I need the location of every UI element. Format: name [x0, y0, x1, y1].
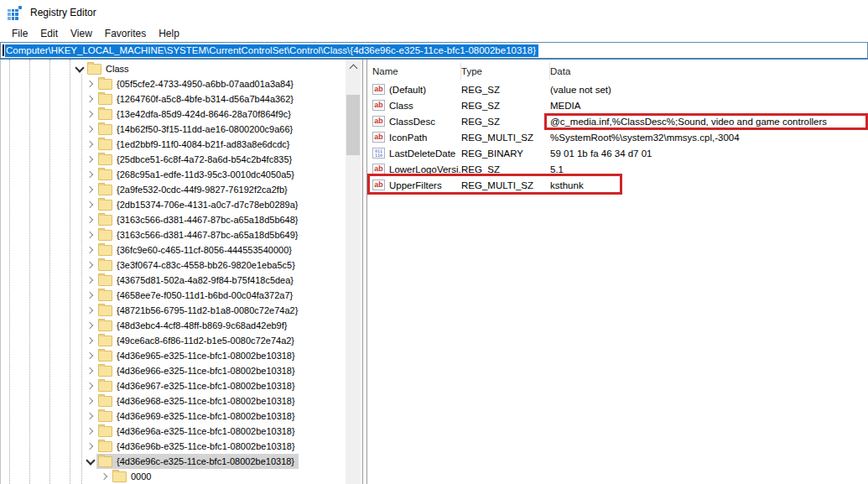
- chevron-right-icon[interactable]: [85, 154, 96, 165]
- chevron-right-icon[interactable]: [85, 139, 96, 150]
- chevron-right-icon[interactable]: [85, 366, 96, 377]
- chevron-right-icon[interactable]: [85, 200, 96, 211]
- scroll-up-button[interactable]: [346, 60, 361, 74]
- chevron-right-icon[interactable]: [85, 290, 96, 301]
- chevron-right-icon[interactable]: [85, 305, 96, 316]
- tree-entry-selected[interactable]: {4d36e96c-e325-11ce-bfc1-08002be10318}: [96, 454, 299, 469]
- tree-entry[interactable]: {1ed2bbf9-11f0-4084-b21f-ad83a8e6dcdc}: [96, 137, 294, 152]
- scrollbar-thumb[interactable]: [346, 95, 360, 155]
- folder-icon: [98, 260, 112, 271]
- chevron-right-icon[interactable]: [85, 351, 96, 362]
- chevron-right-icon[interactable]: [85, 94, 96, 105]
- chevron-right-icon[interactable]: [99, 471, 110, 482]
- tree-entry[interactable]: {268c95a1-edfe-11d3-95c3-0010dc4050a5}: [96, 167, 299, 182]
- tree-entry[interactable]: {4d36e969-e325-11ce-bfc1-08002be10318}: [96, 409, 299, 424]
- tree-entry[interactable]: {25dbce51-6c8f-4a72-8a6d-b54c2b4fc835}: [96, 152, 296, 167]
- registry-value-row[interactable]: abIconPathREG_MULTI_SZ%SystemRoot%\syste…: [367, 129, 868, 145]
- chevron-right-icon[interactable]: [85, 169, 96, 180]
- registry-value-row[interactable]: abLowerLogoVersi...REG_SZ5.1: [367, 161, 868, 177]
- tree-entry[interactable]: {43675d81-502a-4a82-9f84-b75f418c5dea}: [96, 273, 298, 288]
- tree-entry[interactable]: {49ce6ac8-6f86-11d2-b1e5-0080c72e74a2}: [96, 333, 299, 348]
- chevron-right-icon[interactable]: [85, 79, 96, 90]
- registry-value-row[interactable]: ab(Default)REG_SZ(value not set): [367, 81, 868, 97]
- menu-view[interactable]: View: [65, 26, 99, 41]
- chevron-right-icon[interactable]: [85, 441, 96, 452]
- folder-icon: [98, 215, 112, 226]
- chevron-right-icon[interactable]: [85, 426, 96, 437]
- chevron-down-icon[interactable]: [74, 64, 85, 75]
- window-title: Registry Editor: [30, 7, 96, 18]
- tree-entry[interactable]: {4d36e968-e325-11ce-bfc1-08002be10318}: [96, 393, 299, 409]
- value-type: REG_SZ: [461, 117, 550, 127]
- tree-entry[interactable]: {48d3ebc4-4cf8-48ff-b869-9c68ad42eb9f}: [96, 318, 291, 333]
- tree-entry[interactable]: {4d36e967-e325-11ce-bfc1-08002be10318}: [96, 378, 299, 393]
- column-header-data[interactable]: Data: [550, 63, 868, 80]
- tree-entry[interactable]: {3163c566-d381-4467-87bc-a65a18d5b649}: [96, 227, 303, 242]
- column-header-type[interactable]: Type: [461, 63, 550, 80]
- registry-value-row[interactable]: abUpperFiltersREG_MULTI_SZksthunk: [367, 177, 868, 193]
- tree-rows: Class{05f5cfe2-4733-4950-a6bb-07aad01a3a…: [1, 61, 346, 484]
- tree-scrollbar[interactable]: [346, 60, 361, 484]
- column-header-name[interactable]: Name: [372, 63, 461, 80]
- folder-icon: [98, 139, 112, 150]
- address-bar[interactable]: Computer\HKEY_LOCAL_MACHINE\SYSTEM\Curre…: [0, 42, 868, 60]
- chevron-right-icon[interactable]: [85, 215, 96, 226]
- tree-item-label: {14b62f50-3f15-11dd-ae16-0800200c9a66}: [117, 124, 293, 134]
- chevron-right-icon[interactable]: [85, 245, 96, 256]
- chevron-right-icon[interactable]: [85, 185, 96, 195]
- value-name: LastDeleteDate: [389, 148, 455, 159]
- registry-value-row[interactable]: abClassDescREG_SZ@c_media.inf,%ClassDesc…: [367, 113, 868, 129]
- tree-item-guid: {4d36e966-e325-11ce-bfc1-08002be10318}: [1, 363, 346, 378]
- tree-entry[interactable]: {4d36e96b-e325-11ce-bfc1-08002be10318}: [96, 439, 299, 454]
- tree-item-guid: {43675d81-502a-4a82-9f84-b75f418c5dea}: [1, 273, 346, 288]
- chevron-right-icon[interactable]: [85, 381, 96, 392]
- tree-entry[interactable]: {36fc9e60-c465-11cf-8056-444553540000}: [96, 242, 296, 258]
- menu-edit[interactable]: Edit: [34, 26, 65, 41]
- folder-icon: [98, 245, 112, 256]
- folder-icon: [98, 351, 112, 362]
- tree-entry[interactable]: Class: [86, 61, 133, 76]
- tree-entry[interactable]: 0000: [111, 469, 155, 484]
- menu-help[interactable]: Help: [153, 26, 186, 41]
- value-name: ClassDesc: [389, 117, 435, 127]
- chevron-right-icon[interactable]: [85, 230, 96, 241]
- tree-entry[interactable]: {4d36e965-e325-11ce-bfc1-08002be10318}: [96, 348, 299, 363]
- chevron-right-icon[interactable]: [85, 109, 96, 120]
- chevron-right-icon[interactable]: [85, 275, 96, 286]
- chevron-down-icon[interactable]: [85, 456, 96, 467]
- tree-entry[interactable]: {4d36e966-e325-11ce-bfc1-08002be10318}: [96, 363, 299, 378]
- tree-entry[interactable]: {4d36e96a-e325-11ce-bfc1-08002be10318}: [96, 424, 299, 439]
- string-value-icon: ab: [372, 84, 385, 95]
- tree-entry[interactable]: {4658ee7e-f050-11d1-b6bd-00c04fa372a7}: [96, 288, 297, 303]
- value-type: REG_SZ: [461, 85, 550, 95]
- menu-file[interactable]: File: [6, 26, 34, 41]
- tree-item-guid: {4d36e967-e325-11ce-bfc1-08002be10318}: [1, 378, 346, 393]
- tree-item-guid: {2a9fe532-0cdc-44f9-9827-76192f2ca2fb}: [1, 182, 346, 197]
- tree-item-class: Class: [1, 61, 346, 76]
- tree-item-label: {05f5cfe2-4733-4950-a6bb-07aad01a3a84}: [117, 79, 294, 89]
- chevron-right-icon[interactable]: [85, 320, 96, 331]
- tree-entry[interactable]: {14b62f50-3f15-11dd-ae16-0800200c9a66}: [96, 122, 297, 137]
- string-value-icon: ab: [372, 100, 385, 111]
- tree-entry[interactable]: {48721b56-6795-11d2-b1a8-0080c72e74a2}: [96, 303, 302, 318]
- chevron-right-icon[interactable]: [85, 396, 96, 407]
- folder-icon: [98, 109, 112, 120]
- chevron-right-icon[interactable]: [85, 411, 96, 422]
- value-type: REG_SZ: [461, 101, 550, 111]
- tree-entry[interactable]: {3163c566-d381-4467-87bc-a65a18d5b648}: [96, 212, 303, 227]
- folder-icon: [98, 456, 112, 467]
- value-data: ksthunk: [550, 180, 868, 190]
- menu-favorites[interactable]: Favorites: [99, 26, 153, 41]
- chevron-right-icon[interactable]: [85, 124, 96, 135]
- folder-icon: [98, 154, 112, 165]
- tree-entry[interactable]: {2db15374-706e-4131-a0c7-d7c78eb0289a}: [96, 197, 303, 212]
- tree-entry[interactable]: {05f5cfe2-4733-4950-a6bb-07aad01a3a84}: [96, 76, 298, 91]
- registry-value-row[interactable]: abClassREG_SZMEDIA: [367, 97, 868, 113]
- tree-entry[interactable]: {2a9fe532-0cdc-44f9-9827-76192f2ca2fb}: [96, 182, 292, 197]
- chevron-right-icon[interactable]: [85, 336, 96, 346]
- chevron-right-icon[interactable]: [85, 260, 96, 271]
- tree-entry[interactable]: {1264760f-a5c8-4bfe-b314-d56a7b44a362}: [96, 91, 298, 107]
- registry-value-row[interactable]: 011110LastDeleteDateREG_BINARY59 01 1b f…: [367, 145, 868, 161]
- tree-entry[interactable]: {13e42dfa-85d9-424d-8646-28a70f864f9c}: [96, 107, 295, 122]
- tree-entry[interactable]: {3e3f0674-c83c-4558-bb26-9820e1eba5c5}: [96, 258, 299, 273]
